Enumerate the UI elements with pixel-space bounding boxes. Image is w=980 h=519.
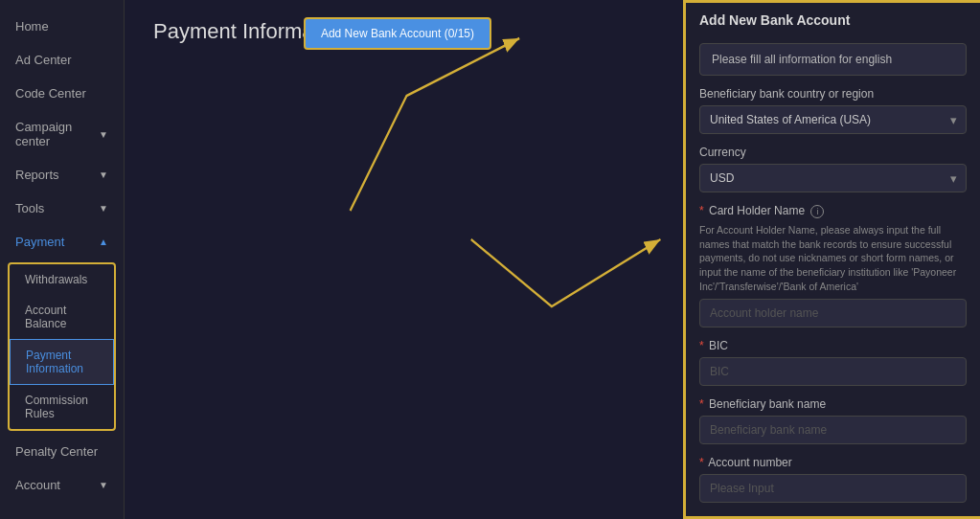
sidebar-item-code-center[interactable]: Code Center	[0, 77, 124, 110]
required-marker: *	[699, 397, 704, 411]
sidebar-item-reports[interactable]: Reports ▼	[0, 158, 124, 192]
chevron-down-icon: ▼	[99, 480, 108, 490]
currency-select-wrapper: USD	[699, 164, 967, 192]
sidebar-item-commission-rules[interactable]: Commission Rules	[10, 385, 114, 429]
sidebar-item-account-balance[interactable]: Account Balance	[10, 295, 114, 339]
chevron-down-icon: ▼	[99, 203, 108, 214]
sidebar: Home Ad Center Code Center Campaign cent…	[0, 0, 125, 519]
sidebar-item-campaign-center[interactable]: Campaign center ▼	[0, 110, 124, 158]
chevron-down-icon: ▼	[99, 129, 108, 140]
card-holder-group: * Card Holder Name i For Account Holder …	[699, 204, 967, 327]
beneficiary-bank-label: * Beneficiary bank name	[699, 397, 967, 411]
bic-label: * BIC	[699, 339, 967, 352]
beneficiary-country-label: Beneficiary bank country or region	[699, 87, 967, 101]
account-number-group: * Account number	[699, 456, 967, 503]
chevron-down-icon: ▼	[99, 169, 108, 180]
sidebar-item-account[interactable]: Account ▼	[0, 468, 124, 502]
routing-num-group: * RoutingNum	[699, 514, 967, 519]
sidebar-item-payment-information[interactable]: Payment Information	[10, 339, 114, 385]
sidebar-item-home[interactable]: Home	[0, 10, 124, 43]
beneficiary-bank-group: * Beneficiary bank name	[699, 397, 967, 444]
sidebar-item-withdrawals[interactable]: Withdrawals	[10, 264, 114, 295]
required-marker: *	[699, 204, 704, 217]
sidebar-item-penalty-center[interactable]: Penalty Center	[0, 435, 124, 468]
sidebar-item-ad-center[interactable]: Ad Center	[0, 43, 124, 77]
currency-group: Currency USD	[699, 146, 967, 192]
required-marker: *	[699, 456, 704, 469]
account-number-input[interactable]	[699, 474, 967, 503]
sidebar-item-tools[interactable]: Tools ▼	[0, 192, 124, 225]
required-marker: *	[699, 339, 704, 352]
card-holder-label: * Card Holder Name i	[699, 204, 967, 218]
beneficiary-country-group: Beneficiary bank country or region Unite…	[699, 87, 967, 134]
card-holder-input[interactable]	[699, 299, 967, 327]
bic-group: * BIC	[699, 339, 967, 386]
currency-label: Currency	[699, 146, 967, 159]
beneficiary-country-select[interactable]: United States of America (USA)	[699, 105, 967, 134]
right-panel: Add New Bank Account Please fill all inf…	[683, 0, 980, 519]
panel-title: Add New Bank Account	[699, 12, 967, 34]
bic-input[interactable]	[699, 357, 967, 386]
info-banner: Please fill all information for english	[699, 43, 967, 76]
main-content: Payment Information Add New Bank Account…	[125, 0, 683, 519]
sidebar-item-payment[interactable]: Payment ▲	[0, 225, 124, 259]
payment-submenu: Withdrawals Account Balance Payment Info…	[8, 262, 116, 431]
add-bank-account-button[interactable]: Add New Bank Account (0/15)	[304, 17, 491, 50]
chevron-up-icon: ▲	[99, 237, 108, 247]
card-holder-helper: For Account Holder Name, please always i…	[699, 223, 967, 293]
arrow-decorations	[125, 0, 683, 519]
beneficiary-bank-input[interactable]	[699, 416, 967, 444]
required-marker: *	[699, 514, 704, 519]
account-number-label: * Account number	[699, 456, 967, 469]
currency-select[interactable]: USD	[699, 164, 967, 192]
routing-num-label: * RoutingNum	[699, 514, 967, 519]
beneficiary-country-select-wrapper: United States of America (USA)	[699, 105, 967, 134]
info-icon: i	[810, 205, 824, 218]
